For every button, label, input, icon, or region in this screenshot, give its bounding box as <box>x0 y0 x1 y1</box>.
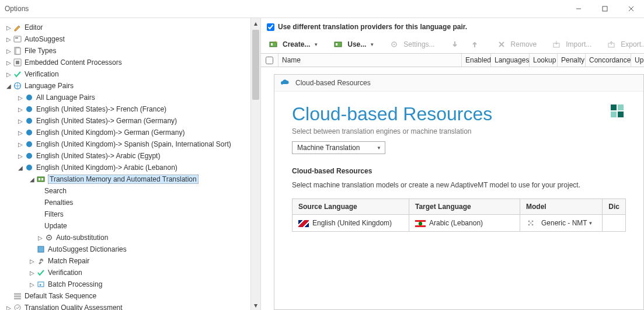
tree-label: Translation Quality Assessment <box>25 304 123 310</box>
select-all-checkbox[interactable] <box>266 57 273 64</box>
cloud-panel-title: Cloud-based Resources <box>292 103 598 125</box>
tree-label: Default Task Sequence <box>25 292 96 300</box>
expand-icon[interactable]: ▷ <box>28 281 36 288</box>
expand-icon[interactable]: ▷ <box>5 60 13 66</box>
lang-pair-icon <box>25 140 34 149</box>
expand-icon[interactable]: ▷ <box>16 130 25 136</box>
tree-item-autosuggest[interactable]: ▷ AutoSuggest <box>1 33 260 45</box>
expand-icon[interactable]: ▷ <box>5 48 13 54</box>
tree-item-filters[interactable]: Filters <box>1 208 260 220</box>
chevron-down-icon: ▼ <box>314 42 318 47</box>
col-target: Target Language <box>409 199 520 215</box>
tree-item-pair[interactable]: ▷English (United States)-> Arabic (Egypt… <box>1 150 260 162</box>
cloud-icon <box>280 78 290 88</box>
collapse-icon[interactable]: ◢ <box>5 83 13 89</box>
grid-header-concordance[interactable]: Concordance <box>586 54 631 67</box>
tree-scrollbar[interactable]: ▴ ▾ <box>250 18 260 310</box>
tree-label: AutoSuggest Dictionaries <box>48 245 127 253</box>
collapse-icon[interactable]: ◢ <box>28 176 36 183</box>
export-icon <box>607 40 616 49</box>
tree-item-pair[interactable]: ▷English (United Kingdom)-> German (Germ… <box>1 127 260 138</box>
cell-model[interactable]: Generic - NMT ▼ <box>520 215 603 232</box>
create-button[interactable]: Create...▼ <box>266 38 321 51</box>
table-row[interactable]: English (United Kingdom) Arabic (Lebanon… <box>293 215 626 232</box>
tree-item-matchrepair[interactable]: ▷Match Repair <box>1 255 260 267</box>
tree-item-search[interactable]: Search <box>1 185 260 197</box>
tree-item-verification2[interactable]: ▷Verification <box>1 267 260 278</box>
wrench-icon <box>36 256 46 266</box>
chevron-down-icon: ▼ <box>377 145 381 151</box>
tree-item-ecp[interactable]: ▷ Embedded Content Processors <box>1 57 260 68</box>
tree-item-autosub[interactable]: ▷Auto-substitution <box>1 232 260 243</box>
expand-icon[interactable]: ▷ <box>5 36 13 43</box>
grid-header-update[interactable]: Up <box>631 54 644 67</box>
move-up-button[interactable] <box>467 38 485 51</box>
content-area: ▷ Editor ▷ AutoSuggest ▷ File Types ▷ Em… <box>0 18 644 310</box>
expand-icon[interactable]: ▷ <box>16 106 25 113</box>
grid-header-name[interactable]: Name <box>279 54 462 67</box>
scroll-up-icon[interactable]: ▴ <box>251 18 260 28</box>
expand-icon[interactable]: ▷ <box>16 153 25 159</box>
tree-item-asdict[interactable]: ▷AutoSuggest Dictionaries <box>1 243 260 255</box>
model-icon <box>526 218 535 228</box>
button-label: Export... <box>621 40 644 48</box>
use-button[interactable]: Use...▼ <box>330 38 377 51</box>
expand-icon[interactable]: ▷ <box>5 25 13 31</box>
globe-pair-icon <box>25 93 34 102</box>
use-different-providers-checkbox[interactable] <box>267 23 274 31</box>
grid-header-enabled[interactable]: Enabled <box>462 54 491 67</box>
tree-item-pair[interactable]: ▷English (United States)-> German (Germa… <box>1 115 260 127</box>
tree-item-tqa[interactable]: ▷Translation Quality Assessment <box>1 302 260 310</box>
expand-icon[interactable]: ▷ <box>16 95 25 101</box>
expand-icon[interactable]: ▷ <box>5 305 13 311</box>
use-icon <box>333 40 343 49</box>
tree-label: Verification <box>25 70 59 78</box>
cell-dict[interactable] <box>603 215 626 232</box>
expand-icon[interactable]: ▷ <box>28 270 36 276</box>
tree-item-batch[interactable]: ▷Batch Processing <box>1 278 260 290</box>
tree-item-language-pairs[interactable]: ◢ Language Pairs <box>1 80 260 92</box>
tree-item-tm-automated[interactable]: ◢ Translation Memory and Automated Trans… <box>1 173 260 185</box>
settings-button[interactable]: Settings... <box>387 38 437 51</box>
grid-header-lookup[interactable]: Lookup <box>530 54 558 67</box>
svg-rect-23 <box>38 246 44 252</box>
ecp-icon <box>13 58 22 67</box>
svg-point-17 <box>26 165 32 170</box>
grid-header-languages[interactable]: Languages <box>491 54 530 67</box>
minimize-button[interactable] <box>565 0 591 18</box>
title-bar: Options <box>0 0 644 18</box>
tree-label-selected: Translation Memory and Automated Transla… <box>48 175 199 184</box>
tree-item-update[interactable]: Update <box>1 220 260 232</box>
tree-item-taskseq[interactable]: ▷Default Task Sequence <box>1 290 260 302</box>
maximize-button[interactable] <box>591 0 618 18</box>
scroll-thumb[interactable] <box>252 30 259 100</box>
grid-header-penalty[interactable]: Penalty <box>558 54 586 67</box>
close-button[interactable] <box>618 0 644 18</box>
import-button[interactable]: Import... <box>549 38 594 51</box>
collapse-icon[interactable]: ◢ <box>16 165 25 171</box>
expand-icon[interactable]: ▷ <box>16 141 25 148</box>
tree-item-verification[interactable]: ▷ Verification <box>1 68 260 80</box>
scroll-down-icon[interactable]: ▾ <box>251 300 260 310</box>
filetypes-icon <box>13 46 22 55</box>
tree-label: Language Pairs <box>25 82 74 90</box>
tree-item-pair[interactable]: ▷English (United Kingdom)-> Spanish (Spa… <box>1 138 260 150</box>
window-title: Options <box>5 5 29 13</box>
globe-icon <box>13 81 22 90</box>
tree-item-filetypes[interactable]: ▷ File Types <box>1 45 260 57</box>
engine-select[interactable]: Machine Translation ▼ <box>292 141 385 154</box>
export-button[interactable]: Export... <box>604 38 644 51</box>
remove-button[interactable]: Remove <box>494 38 540 51</box>
expand-icon[interactable]: ▷ <box>5 71 13 78</box>
expand-icon[interactable]: ▷ <box>36 235 44 241</box>
tree-item-penalties[interactable]: Penalties <box>1 197 260 208</box>
tree-item-pair[interactable]: ▷English (United States)-> French (Franc… <box>1 103 260 115</box>
expand-icon[interactable]: ▷ <box>16 118 25 124</box>
expand-icon[interactable]: ▷ <box>28 258 36 264</box>
grid-header-checkbox[interactable] <box>261 54 279 67</box>
tree-item-pair-active[interactable]: ◢English (United Kingdom)-> Arabic (Leba… <box>1 162 260 173</box>
tree-item-editor[interactable]: ▷ Editor <box>1 22 260 33</box>
tree-item-all-language-pairs[interactable]: ▷ All Language Pairs <box>1 92 260 103</box>
cloud-resources-panel: Cloud-based Resources Cloud-based Resour… <box>274 74 644 310</box>
move-down-button[interactable] <box>447 38 465 51</box>
